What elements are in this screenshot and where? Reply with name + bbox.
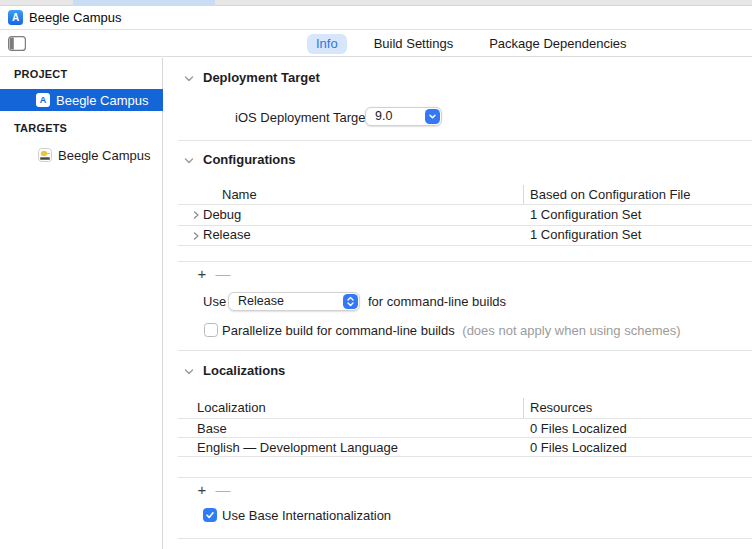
sidebar-item-project-beegle-campus[interactable]: A Beegle Campus <box>0 89 163 111</box>
section-divider <box>178 538 752 539</box>
use-base-internationalization-label: Use Base Internationalization <box>222 507 391 525</box>
chevron-right-icon[interactable] <box>191 210 201 220</box>
table-row[interactable]: Release 1 Configuration Set <box>164 226 752 245</box>
ios-deployment-target-label: iOS Deployment Target <box>235 109 369 127</box>
section-title-deployment-target: Deployment Target <box>203 70 320 86</box>
use-base-internationalization-checkbox[interactable] <box>203 508 217 522</box>
dropdown-value: 9.0 <box>375 108 425 125</box>
section-title-configurations: Configurations <box>203 152 295 168</box>
window-tab-strip <box>0 0 752 6</box>
use-label: Use <box>203 293 226 311</box>
sidebar-item-target-beegle-campus[interactable]: Beegle Campus <box>0 144 163 166</box>
window-title: Beegle Campus <box>29 7 122 29</box>
configuration-based-on: 1 Configuration Set <box>530 226 641 244</box>
chevron-down-icon[interactable] <box>183 366 195 378</box>
sidebar-item-label: Beegle Campus <box>58 148 151 163</box>
table-bottom-border <box>178 261 752 262</box>
sidebar-section-targets: TARGETS <box>14 122 67 134</box>
column-header-localization: Localization <box>197 399 266 417</box>
chevron-down-icon[interactable] <box>183 155 195 167</box>
column-header-resources: Resources <box>530 399 592 417</box>
localization-name: Base <box>197 420 227 438</box>
sidebar-section-project: PROJECT <box>14 68 67 80</box>
table-bottom-border <box>178 477 752 478</box>
section-divider <box>178 350 752 351</box>
editor-tab-bar: Info Build Settings Package Dependencies <box>307 31 636 57</box>
remove-localization-button[interactable]: — <box>215 481 231 499</box>
title-bar: A Beegle Campus <box>0 7 752 30</box>
configuration-based-on: 1 Configuration Set <box>530 206 641 224</box>
column-header-based-on: Based on Configuration File <box>530 186 690 204</box>
target-app-icon <box>38 148 52 162</box>
command-line-builds-suffix: for command-line builds <box>368 293 506 311</box>
section-divider <box>178 140 752 141</box>
tab-build-settings[interactable]: Build Settings <box>365 34 463 54</box>
sidebar-toggle-icon[interactable] <box>8 36 26 51</box>
sidebar-item-label: Beegle Campus <box>56 93 149 108</box>
dropdown-value: Release <box>238 293 343 310</box>
localization-resources: 0 Files Localized <box>530 439 627 457</box>
project-app-icon: A <box>8 10 23 25</box>
configuration-name: Debug <box>203 206 241 224</box>
up-down-chevron-icon <box>343 294 358 309</box>
parallelize-build-checkbox[interactable] <box>204 323 218 337</box>
localization-name: English — Development Language <box>197 439 398 457</box>
tab-package-dependencies[interactable]: Package Dependencies <box>480 34 635 54</box>
parallelize-build-label: Parallelize build for command-line build… <box>222 322 681 340</box>
table-row[interactable]: Base 0 Files Localized <box>164 419 752 437</box>
ios-deployment-target-dropdown[interactable]: 9.0 <box>365 107 442 126</box>
table-row[interactable]: Debug 1 Configuration Set <box>164 205 752 225</box>
chevron-down-icon[interactable] <box>183 73 195 85</box>
add-configuration-button[interactable]: + <box>194 265 210 283</box>
chevron-down-icon <box>425 109 440 124</box>
editor-toolbar: Info Build Settings Package Dependencies <box>0 31 752 57</box>
parallelize-build-text: Parallelize build for command-line build… <box>222 323 455 338</box>
chevron-right-icon[interactable] <box>191 231 201 241</box>
project-editor-pane: Deployment Target iOS Deployment Target … <box>164 57 752 549</box>
command-line-configuration-dropdown[interactable]: Release <box>228 292 360 311</box>
tab-info[interactable]: Info <box>307 34 347 54</box>
add-localization-button[interactable]: + <box>194 481 210 499</box>
column-divider <box>523 398 524 418</box>
active-document-tab[interactable] <box>73 0 215 6</box>
section-title-localizations: Localizations <box>203 363 285 379</box>
configuration-name: Release <box>203 226 251 244</box>
checkmark-icon <box>205 510 215 520</box>
column-divider <box>523 185 524 205</box>
table-divider <box>178 245 752 246</box>
project-sidebar: PROJECT A Beegle Campus TARGETS Beegle C… <box>0 58 163 549</box>
remove-configuration-button[interactable]: — <box>215 265 231 283</box>
localization-resources: 0 Files Localized <box>530 420 627 438</box>
project-file-icon: A <box>36 93 50 107</box>
table-divider <box>178 456 752 457</box>
table-row[interactable]: English — Development Language 0 Files L… <box>164 438 752 456</box>
parallelize-build-note: (does not apply when using schemes) <box>462 323 680 338</box>
column-header-name: Name <box>222 186 257 204</box>
